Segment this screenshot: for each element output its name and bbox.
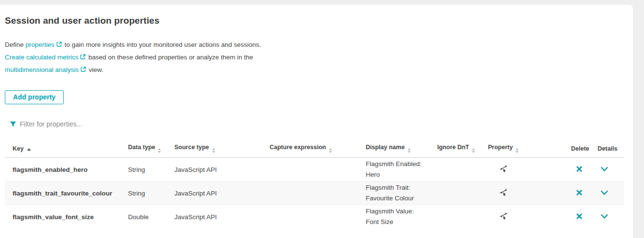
external-link-icon bbox=[56, 41, 62, 47]
column-header-key[interactable]: Key bbox=[5, 140, 128, 158]
source-type-cell: JavaScript API bbox=[174, 205, 270, 229]
intro-text: Define bbox=[5, 41, 26, 48]
link-create-calculated-metrics[interactable]: Create calculated metrics bbox=[5, 54, 86, 61]
user-action-property-icon bbox=[500, 212, 508, 222]
column-header-property[interactable]: Property bbox=[488, 140, 571, 158]
delete-x-icon[interactable] bbox=[576, 213, 583, 220]
source-type-cell: JavaScript API bbox=[174, 158, 270, 182]
data-type-cell: Double bbox=[128, 205, 174, 229]
delete-cell bbox=[571, 158, 598, 182]
property-cell bbox=[488, 182, 571, 205]
details-cell bbox=[598, 205, 624, 229]
table-row: flagsmith_trait_favourite_colour String … bbox=[5, 182, 624, 205]
intro-text: view. bbox=[87, 66, 103, 73]
screen: Session and user action properties Defin… bbox=[0, 0, 644, 238]
link-multidimensional-analysis[interactable]: multidimensional analysis bbox=[5, 66, 87, 73]
table-header-row: Key Data type Source type Capture expres… bbox=[5, 140, 624, 158]
key-cell: flagsmith_enabled_hero bbox=[5, 158, 128, 182]
ignore-dnt-cell bbox=[437, 158, 488, 182]
capture-expression-cell bbox=[270, 158, 366, 182]
sort-icon bbox=[515, 148, 518, 153]
delete-cell bbox=[571, 182, 598, 205]
column-header-delete: Delete bbox=[571, 140, 598, 158]
column-header-ignore-dnt[interactable]: Ignore DnT bbox=[437, 140, 488, 158]
sort-icon bbox=[329, 148, 332, 153]
add-property-button[interactable]: Add property bbox=[5, 90, 64, 104]
key-cell: flagsmith_trait_favourite_colour bbox=[5, 182, 128, 205]
data-type-cell: String bbox=[128, 182, 174, 205]
intro-line: multidimensional analysis view. bbox=[5, 64, 633, 76]
chevron-down-icon[interactable] bbox=[601, 167, 608, 172]
ignore-dnt-cell bbox=[437, 182, 488, 205]
intro-text: to gain more insights into your monitore… bbox=[63, 41, 261, 48]
intro-paragraph: Define properties to gain more insights … bbox=[5, 39, 633, 76]
delete-x-icon[interactable] bbox=[576, 189, 583, 196]
intro-text: based on these defined properties or ana… bbox=[86, 54, 253, 61]
intro-line: Define properties to gain more insights … bbox=[5, 39, 633, 51]
data-type-cell: String bbox=[128, 158, 174, 182]
sort-icon bbox=[158, 148, 161, 153]
filter-properties-input[interactable] bbox=[20, 120, 223, 128]
chevron-down-icon[interactable] bbox=[601, 190, 608, 196]
intro-line: Create calculated metrics based on these… bbox=[5, 51, 633, 64]
delete-cell bbox=[571, 205, 598, 229]
settings-panel: Session and user action properties Defin… bbox=[0, 5, 633, 238]
capture-expression-cell bbox=[270, 205, 366, 229]
column-header-details: Details bbox=[598, 140, 624, 158]
display-name-cell: Flagsmith Value:Font Size bbox=[366, 205, 437, 229]
page-title: Session and user action properties bbox=[5, 15, 633, 26]
details-cell bbox=[598, 182, 624, 205]
chevron-down-icon[interactable] bbox=[601, 214, 608, 219]
properties-table: Key Data type Source type Capture expres… bbox=[5, 140, 624, 229]
filter-bar bbox=[5, 120, 633, 128]
column-header-data-type[interactable]: Data type bbox=[128, 140, 174, 158]
capture-expression-cell bbox=[270, 182, 366, 205]
link-properties[interactable]: properties bbox=[26, 41, 63, 48]
user-action-property-icon bbox=[500, 188, 508, 198]
sort-ascending-icon bbox=[27, 148, 31, 151]
external-link-icon bbox=[80, 54, 86, 60]
source-type-cell: JavaScript API bbox=[174, 182, 270, 205]
sort-icon bbox=[212, 148, 215, 153]
sort-icon bbox=[408, 148, 411, 153]
external-link-icon bbox=[80, 66, 86, 72]
table-row: flagsmith_enabled_hero String JavaScript… bbox=[5, 158, 624, 182]
filter-funnel-icon bbox=[10, 121, 16, 127]
property-cell bbox=[488, 158, 571, 182]
delete-x-icon[interactable] bbox=[576, 166, 583, 172]
sort-icon bbox=[472, 148, 475, 153]
column-header-display-name[interactable]: Display name bbox=[366, 140, 437, 158]
ignore-dnt-cell bbox=[437, 205, 488, 229]
property-cell bbox=[488, 205, 571, 229]
display-name-cell: Flagsmith Enabled:Hero bbox=[366, 158, 437, 182]
table-row: flagsmith_value_font_size Double JavaScr… bbox=[5, 205, 624, 229]
details-cell bbox=[598, 158, 624, 182]
display-name-cell: Flagsmith Trait:Favourite Colour bbox=[366, 182, 437, 205]
column-header-capture-expression[interactable]: Capture expression bbox=[270, 140, 366, 158]
column-header-source-type[interactable]: Source type bbox=[174, 140, 270, 158]
key-cell: flagsmith_value_font_size bbox=[5, 205, 128, 229]
user-action-property-icon bbox=[500, 165, 508, 174]
